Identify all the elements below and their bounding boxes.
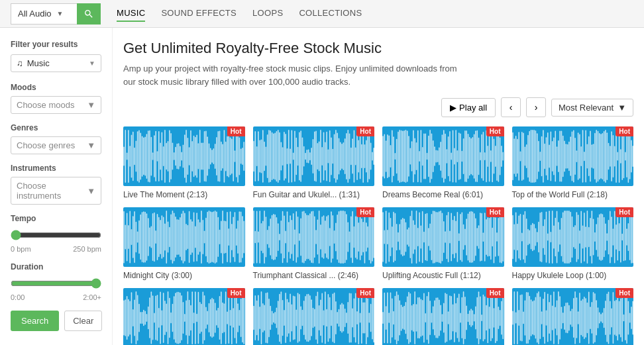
svg-rect-625 — [611, 217, 612, 257]
svg-rect-433 — [303, 211, 304, 264]
svg-rect-605 — [580, 211, 582, 264]
instruments-dropdown[interactable]: Choose instruments ▼ — [11, 177, 101, 205]
svg-rect-53 — [204, 131, 205, 181]
nav-search-button[interactable] — [77, 3, 101, 25]
svg-rect-370 — [199, 222, 201, 252]
nav-link-sound-effects[interactable]: SOUND EFFECTS — [161, 5, 237, 22]
tempo-slider[interactable] — [11, 230, 101, 240]
track-card[interactable]: HotDeep Thoughts Full (1:39) — [123, 288, 245, 345]
svg-rect-778 — [341, 303, 343, 332]
track-card[interactable]: HotUplifting Acoustic Full (1:12) — [382, 207, 504, 280]
svg-rect-205 — [451, 153, 452, 160]
svg-rect-364 — [190, 219, 191, 255]
svg-rect-809 — [396, 291, 398, 344]
svg-rect-420 — [284, 216, 285, 259]
hot-badge: Hot — [486, 288, 504, 298]
svg-rect-343 — [158, 217, 160, 258]
svg-rect-15 — [146, 134, 148, 179]
svg-rect-765 — [321, 293, 323, 342]
svg-rect-392 — [233, 217, 234, 258]
svg-rect-752 — [301, 310, 303, 326]
clear-button[interactable]: Clear — [64, 311, 102, 331]
track-card[interactable]: HotLive The Moment (2:13) — [123, 126, 245, 199]
track-title: Uplifting Acoustic Full (1:12) — [382, 271, 504, 280]
svg-rect-413 — [273, 214, 274, 260]
sort-dropdown[interactable]: Most Relevant ▼ — [551, 99, 633, 117]
svg-rect-46 — [193, 136, 195, 177]
track-card[interactable]: HotBusiness Freedom (3:10) — [382, 288, 504, 345]
svg-rect-437 — [309, 213, 311, 260]
track-card[interactable]: HotFun Guitar and Ukulel... (1:31) — [253, 126, 375, 199]
track-card[interactable]: HotTriumphant Classical ... (2:46) — [253, 207, 375, 280]
duration-slider[interactable] — [11, 278, 101, 289]
search-button[interactable]: Search — [11, 311, 59, 331]
svg-rect-111 — [300, 130, 301, 182]
track-card[interactable]: HotTop of the World Full (2:18) — [512, 126, 634, 199]
svg-rect-145 — [352, 138, 353, 173]
svg-rect-9 — [137, 131, 138, 181]
filter-type-dropdown[interactable]: ♫ Music ▼ — [11, 54, 101, 72]
svg-rect-297 — [598, 133, 600, 179]
svg-rect-325 — [131, 229, 133, 245]
svg-rect-955 — [626, 292, 627, 344]
play-all-button[interactable]: ▶ Play all — [441, 98, 496, 117]
content-header: Get Unlimited Royalty-Free Stock Music A… — [123, 40, 633, 88]
svg-rect-769 — [327, 294, 329, 342]
svg-rect-378 — [211, 212, 213, 262]
svg-rect-914 — [564, 306, 565, 330]
svg-rect-541 — [475, 219, 476, 256]
svg-rect-247 — [523, 132, 524, 179]
svg-rect-346 — [163, 217, 164, 258]
track-card[interactable]: Midnight City (3:00) — [123, 207, 245, 280]
svg-rect-893 — [532, 301, 533, 335]
svg-rect-105 — [291, 130, 292, 183]
svg-rect-414 — [274, 215, 276, 260]
svg-rect-466 — [353, 226, 354, 248]
chevron-down-icon: ▼ — [57, 10, 64, 17]
svg-rect-548 — [486, 219, 487, 255]
genres-dropdown[interactable]: Choose genres ▼ — [11, 136, 101, 154]
svg-rect-23 — [158, 131, 160, 181]
nav-link-music[interactable]: MUSIC — [117, 5, 145, 22]
svg-rect-298 — [600, 134, 602, 178]
svg-rect-342 — [157, 214, 158, 260]
track-card[interactable]: HotAction Movie Music S... (4:14) — [253, 288, 375, 345]
svg-rect-560 — [512, 215, 513, 260]
moods-dropdown[interactable]: Choose moods ▼ — [11, 96, 101, 114]
svg-rect-867 — [484, 296, 486, 339]
next-page-button[interactable]: › — [526, 97, 546, 117]
svg-rect-300 — [603, 131, 604, 181]
svg-rect-633 — [623, 213, 624, 262]
svg-rect-91 — [270, 130, 271, 182]
svg-rect-670 — [169, 298, 170, 338]
track-waveform: Hot — [382, 288, 504, 345]
svg-rect-201 — [445, 134, 446, 179]
nav-dropdown[interactable]: All Audio ▼ — [11, 3, 77, 25]
svg-rect-767 — [325, 291, 326, 344]
svg-rect-10 — [138, 130, 140, 182]
svg-rect-950 — [618, 301, 619, 335]
track-card[interactable]: HotDreams Become Real (6:01) — [382, 126, 504, 199]
svg-rect-919 — [571, 309, 572, 326]
nav-link-loops[interactable]: LOOPS — [252, 5, 283, 22]
svg-rect-875 — [496, 295, 498, 342]
svg-rect-351 — [170, 214, 172, 260]
nav-link-collections[interactable]: COLLECTIONS — [299, 5, 362, 22]
track-card[interactable]: HotHappy Ukulele Loop (1:00) — [512, 207, 634, 280]
track-title: Triumphant Classical ... (2:46) — [253, 271, 375, 280]
svg-rect-321 — [125, 225, 127, 250]
prev-page-button[interactable]: ‹ — [501, 97, 521, 117]
svg-rect-579 — [541, 212, 542, 262]
svg-rect-825 — [421, 299, 422, 337]
svg-rect-329 — [137, 231, 138, 242]
svg-rect-113 — [303, 146, 304, 167]
svg-rect-195 — [435, 150, 437, 163]
svg-rect-229 — [487, 146, 488, 167]
svg-rect-925 — [580, 301, 582, 335]
svg-rect-621 — [605, 223, 606, 250]
svg-rect-570 — [527, 229, 529, 246]
track-card[interactable]: HotMelodic Acoustic Adv... (3:27) — [512, 288, 634, 345]
svg-rect-863 — [478, 291, 480, 344]
svg-rect-865 — [481, 315, 482, 321]
svg-rect-436 — [307, 215, 309, 260]
